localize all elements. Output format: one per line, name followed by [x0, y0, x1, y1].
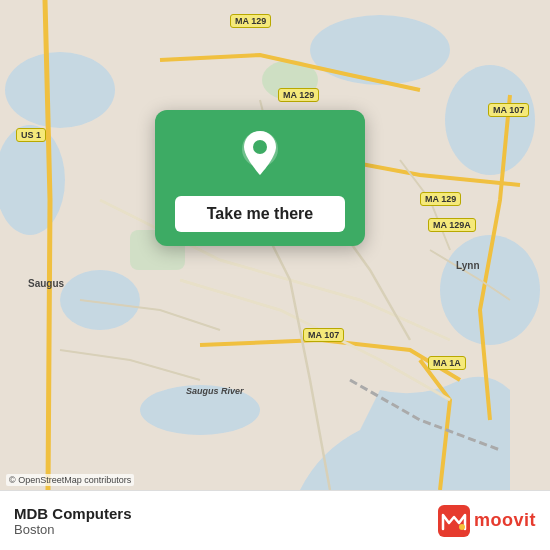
svg-point-4 — [310, 15, 450, 85]
map-container: MA 129 MA 129 MA 129 MA 129A MA 107 MA 1… — [0, 0, 550, 490]
road-badge-ma129-top: MA 129 — [230, 14, 271, 28]
road-badge-ma129a: MA 129A — [428, 218, 476, 232]
moovit-icon — [438, 505, 470, 537]
svg-point-11 — [253, 140, 267, 154]
osm-attribution: © OpenStreetMap contributors — [6, 474, 134, 486]
moovit-text: moovit — [474, 510, 536, 531]
road-badge-ma1a: MA 1A — [428, 356, 466, 370]
place-name: MDB Computers — [14, 505, 132, 522]
place-label-saugus: Saugus — [28, 278, 64, 289]
popup-card: Take me there — [155, 110, 365, 246]
road-badge-ma129-right: MA 129 — [420, 192, 461, 206]
svg-point-2 — [60, 270, 140, 330]
moovit-logo: moovit — [438, 505, 536, 537]
road-badge-us1: US 1 — [16, 128, 46, 142]
svg-point-13 — [459, 524, 465, 530]
road-badge-ma129-mid: MA 129 — [278, 88, 319, 102]
svg-point-5 — [445, 65, 535, 175]
place-label-saugus-river: Saugus River — [186, 386, 244, 396]
pin-icon — [233, 128, 287, 182]
svg-point-0 — [5, 52, 115, 128]
place-label-lynn: Lynn — [456, 260, 480, 271]
take-me-there-button[interactable]: Take me there — [175, 196, 345, 232]
bottom-bar: MDB Computers Boston moovit — [0, 490, 550, 550]
road-badge-ma107-bottom: MA 107 — [303, 328, 344, 342]
place-city: Boston — [14, 522, 132, 537]
place-info: MDB Computers Boston — [14, 505, 132, 537]
road-badge-ma107-right: MA 107 — [488, 103, 529, 117]
